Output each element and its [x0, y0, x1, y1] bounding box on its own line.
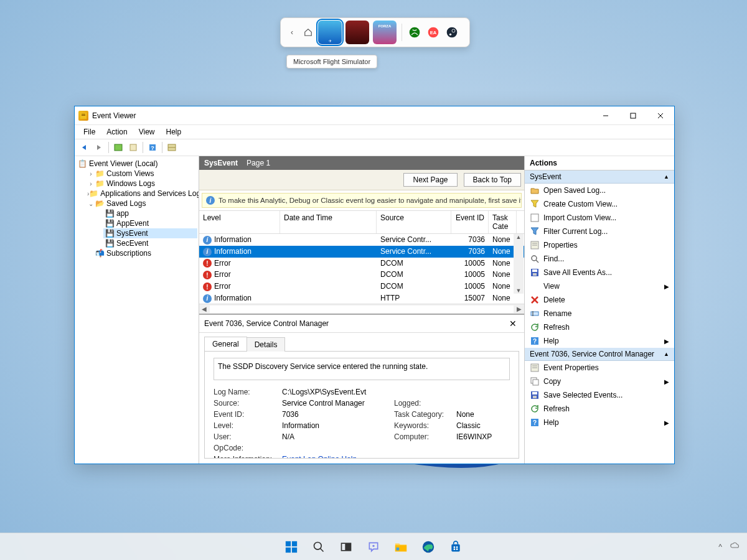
tray-onedrive-icon[interactable] — [730, 540, 741, 553]
xbox-icon[interactable] — [407, 25, 422, 40]
gamebar-back-icon[interactable]: ‹ — [286, 26, 298, 39]
taskbar[interactable]: ^ — [0, 533, 747, 560]
table-row[interactable]: !ErrorDCOM10005None — [199, 269, 524, 281]
action-label: Refresh — [543, 323, 570, 332]
action-delete[interactable]: Delete — [525, 293, 674, 307]
menu-view[interactable]: View — [134, 126, 160, 138]
expand-icon[interactable]: › — [87, 180, 95, 187]
svg-rect-30 — [531, 312, 538, 315]
action-copy[interactable]: Copy▶ — [525, 375, 674, 388]
tab-details[interactable]: Details — [247, 337, 286, 352]
tree-saved-app[interactable]: 💾app — [103, 208, 197, 218]
collapse-icon[interactable]: ⌄ — [87, 200, 95, 207]
svg-point-0 — [410, 27, 420, 38]
table-row[interactable]: !ErrorDCOM10005None — [199, 281, 524, 292]
tree-subscriptions[interactable]: 📬Subscriptions — [86, 248, 197, 258]
next-page-button[interactable]: Next Page — [403, 173, 457, 187]
table-row[interactable]: iInformationService Contr...7036None — [199, 246, 524, 258]
tree-saved-secevent[interactable]: 💾SecEvent — [103, 238, 197, 248]
system-tray[interactable]: ^ — [718, 540, 741, 553]
toolbar-back-icon[interactable] — [77, 141, 91, 154]
action-save-selected-events[interactable]: Save Selected Events... — [525, 388, 674, 402]
col-task[interactable]: Task Cate — [489, 211, 517, 233]
tab-general[interactable]: General — [204, 337, 247, 351]
action-rename[interactable]: Rename — [525, 307, 674, 320]
detail-close-icon[interactable]: ✕ — [507, 319, 519, 329]
scroll-left-icon[interactable]: ◀ — [199, 306, 209, 312]
tree-saved-sysevent[interactable]: 💾SysEvent — [103, 228, 197, 238]
start-button[interactable] — [279, 534, 304, 559]
titlebar[interactable]: Event Viewer — [75, 106, 674, 125]
table-row[interactable]: iInformationService Contr...7036None — [199, 234, 524, 246]
expand-icon[interactable]: › — [87, 170, 95, 177]
minimize-button[interactable] — [592, 106, 619, 125]
toolbar-show-tree-icon[interactable] — [111, 141, 125, 154]
ea-icon[interactable]: EA — [426, 25, 441, 40]
action-refresh[interactable]: Refresh — [525, 402, 674, 416]
toolbar-preview-icon[interactable] — [165, 141, 179, 154]
steam-icon[interactable] — [444, 25, 459, 40]
menu-file[interactable]: File — [78, 126, 100, 138]
tree-saved-logs[interactable]: ⌄📂Saved Logs — [86, 198, 197, 208]
action-create-custom-view[interactable]: Create Custom View... — [525, 197, 674, 211]
collapse-icon[interactable]: ▲ — [664, 351, 669, 357]
col-eventid[interactable]: Event ID — [451, 211, 489, 233]
tree-saved-appevent[interactable]: 💾AppEvent — [103, 218, 197, 228]
back-to-top-button[interactable]: Back to Top — [464, 173, 521, 187]
action-properties[interactable]: Properties — [525, 238, 674, 252]
action-event-properties[interactable]: Event Properties — [525, 361, 674, 375]
tray-chevron-icon[interactable]: ^ — [718, 543, 722, 551]
action-save-all-events-as[interactable]: Save All Events As... — [525, 266, 674, 279]
svg-rect-38 — [533, 380, 538, 385]
store-icon[interactable] — [443, 534, 468, 559]
col-date[interactable]: Date and Time — [280, 211, 377, 233]
gamebar-home-icon[interactable] — [302, 26, 314, 39]
action-open-saved-log[interactable]: Open Saved Log... — [525, 184, 674, 197]
table-row[interactable]: iInformationHTTP15007None — [199, 292, 524, 304]
val-computer: IE6WINXP — [456, 432, 519, 441]
lbl-eventid: Event ID: — [214, 410, 282, 419]
gamebar-tooltip: Microsoft Flight Simulator — [286, 55, 377, 68]
actions-group-event[interactable]: Event 7036, Service Control Manager▲ — [525, 348, 674, 361]
action-filter-current-log[interactable]: Filter Current Log... — [525, 225, 674, 238]
maximize-button[interactable] — [619, 106, 647, 125]
search-icon[interactable] — [306, 534, 331, 559]
action-import-custom-view[interactable]: Import Custom View... — [525, 211, 674, 225]
horizontal-scrollbar[interactable]: ◀▶ — [199, 304, 524, 314]
toolbar-props-icon[interactable] — [126, 141, 140, 154]
error-icon: ! — [203, 282, 212, 291]
action-help[interactable]: ?Help▶ — [525, 334, 674, 348]
actions-group-sysevent[interactable]: SysEvent▲ — [525, 170, 674, 184]
action-refresh[interactable]: Refresh — [525, 320, 674, 334]
edge-icon[interactable] — [416, 534, 441, 559]
tree-root[interactable]: 📋Event Viewer (Local) — [76, 159, 197, 169]
toolbar-forward-icon[interactable] — [92, 141, 106, 154]
collapse-icon[interactable]: ▲ — [664, 174, 669, 180]
game-tile-flight-sim[interactable]: ✈ — [318, 21, 342, 44]
col-level[interactable]: Level — [199, 211, 280, 233]
close-button[interactable] — [647, 106, 674, 125]
toolbar-help-icon[interactable]: ? — [146, 141, 159, 154]
menu-action[interactable]: Action — [101, 126, 132, 138]
tree-custom-views[interactable]: ›📁Custom Views — [86, 169, 197, 179]
tree-app-services[interactable]: ›📁Applications and Services Logs — [86, 189, 197, 198]
game-tile-2[interactable] — [345, 21, 369, 44]
info-icon: i — [206, 196, 215, 205]
task-view-icon[interactable] — [334, 534, 359, 559]
vertical-scrollbar[interactable]: ▲▼ — [514, 234, 524, 294]
explorer-icon[interactable] — [388, 534, 413, 559]
col-source[interactable]: Source — [377, 211, 451, 233]
action-help[interactable]: ?Help▶ — [525, 416, 674, 429]
game-tile-forza[interactable]: FORZA — [373, 21, 397, 44]
table-body[interactable]: ▲▼ iInformationService Contr...7036Nonei… — [199, 234, 524, 304]
table-row[interactable]: !ErrorDCOM10005None — [199, 258, 524, 269]
action-find[interactable]: Find... — [525, 252, 674, 266]
action-view[interactable]: View▶ — [525, 279, 674, 293]
chat-icon[interactable] — [361, 534, 386, 559]
menu-help[interactable]: Help — [161, 126, 187, 138]
tree-pane[interactable]: 📋Event Viewer (Local) ›📁Custom Views ›📁W… — [75, 156, 199, 464]
info-banner-text: To make this Analytic, Debug or Classic … — [218, 197, 522, 204]
scroll-right-icon[interactable]: ▶ — [514, 306, 524, 312]
event-log-help-link[interactable]: Event Log Online Help — [282, 455, 357, 459]
tree-windows-logs[interactable]: ›📁Windows Logs — [86, 179, 197, 189]
